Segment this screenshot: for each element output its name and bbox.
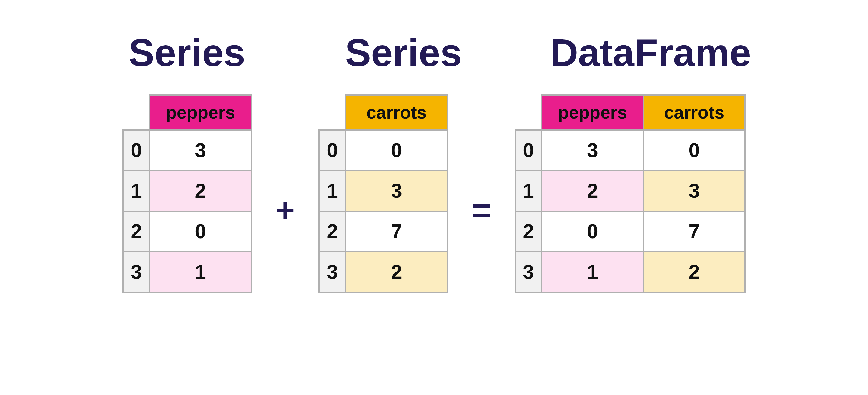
blank-corner: [123, 95, 150, 130]
dataframe-cell: 2: [643, 252, 745, 292]
tables-row: peppers 0 3 1 2 2 0 3 1: [0, 94, 868, 293]
dataframe-index: 2: [515, 211, 542, 252]
series-1-value: 0: [150, 211, 251, 252]
dataframe-header-0: peppers: [542, 95, 643, 130]
series-2-index: 3: [319, 252, 346, 292]
series-2-header: carrots: [346, 95, 447, 130]
dataframe-cell: 3: [542, 130, 643, 171]
series-1-index: 2: [123, 211, 150, 252]
series-2-block: carrots 0 0 1 3 2 7 3 2: [318, 94, 448, 293]
dataframe-index: 3: [515, 252, 542, 292]
series-2-index: 0: [319, 130, 346, 171]
dataframe-cell: 0: [643, 130, 745, 171]
dataframe-table: peppers carrots 0 3 0 1 2 3 2 0 7: [515, 94, 746, 293]
series-1-index: 1: [123, 171, 150, 211]
dataframe-block: peppers carrots 0 3 0 1 2 3 2 0 7: [515, 94, 746, 293]
dataframe-index: 0: [515, 130, 542, 171]
dataframe-cell: 7: [643, 211, 745, 252]
series-2-index: 1: [319, 171, 346, 211]
series-2-value: 3: [346, 171, 447, 211]
series-2-value: 2: [346, 252, 447, 292]
series-2-index: 2: [319, 211, 346, 252]
series-1-table: peppers 0 3 1 2 2 0 3 1: [122, 94, 252, 293]
series-1-block: peppers 0 3 1 2 2 0 3 1: [122, 94, 252, 293]
dataframe-cell: 3: [643, 171, 745, 211]
dataframe-header-1: carrots: [643, 95, 745, 130]
series-1-value: 3: [150, 130, 251, 171]
diagram-canvas: Series Series DataFrame peppers 0 3 1 2: [0, 0, 868, 395]
series-2-table: carrots 0 0 1 3 2 7 3 2: [318, 94, 448, 293]
title-series-1: Series: [79, 33, 295, 72]
blank-corner: [515, 95, 542, 130]
series-1-index: 3: [123, 252, 150, 292]
series-2-value: 0: [346, 130, 447, 171]
title-dataframe: DataFrame: [512, 33, 789, 72]
series-1-value: 1: [150, 252, 251, 292]
series-1-value: 2: [150, 171, 251, 211]
plus-operator: +: [269, 191, 302, 230]
series-1-header: peppers: [150, 95, 251, 130]
dataframe-cell: 1: [542, 252, 643, 292]
equals-operator: =: [465, 191, 498, 230]
blank-corner: [319, 95, 346, 130]
series-1-index: 0: [123, 130, 150, 171]
dataframe-index: 1: [515, 171, 542, 211]
series-2-value: 7: [346, 211, 447, 252]
dataframe-cell: 2: [542, 171, 643, 211]
dataframe-cell: 0: [542, 211, 643, 252]
titles-row: Series Series DataFrame: [0, 33, 868, 72]
title-series-2: Series: [295, 33, 512, 72]
